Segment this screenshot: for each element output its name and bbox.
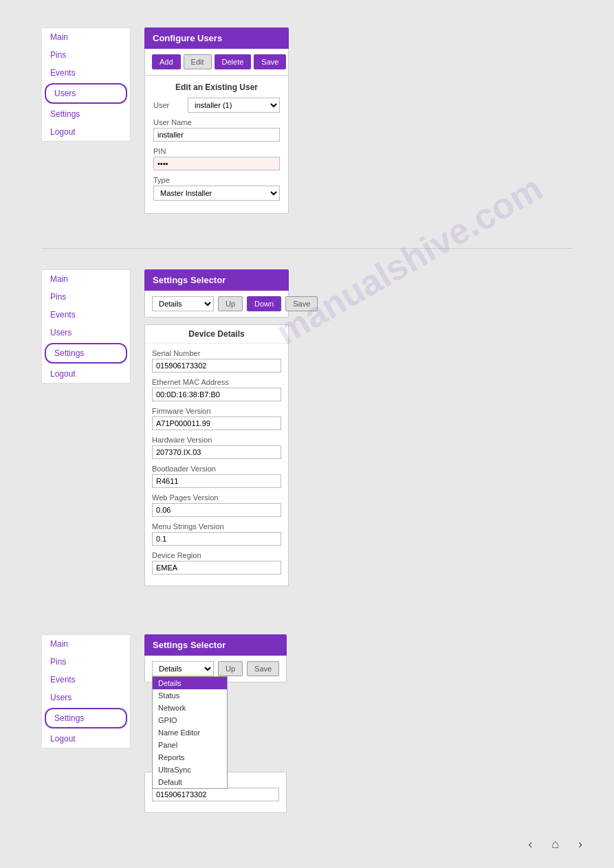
settings-dropdown[interactable]: Details Status Network GPIO Name Editor … xyxy=(152,296,214,311)
webpages-label: Web Pages Version xyxy=(152,493,281,502)
bootloader-group: Bootloader Version xyxy=(152,465,281,488)
sidebar-3: Main Pins Events Users Settings Logout xyxy=(41,634,131,748)
dropdown-option-details[interactable]: Details xyxy=(153,677,227,689)
edit-section-title: Edit an Existing User xyxy=(153,82,280,92)
selector-toolbar: Details Status Network GPIO Name Editor … xyxy=(144,291,289,318)
user-select[interactable]: installer (1) xyxy=(188,98,280,113)
dropdown-option-default[interactable]: Default xyxy=(153,776,227,788)
sidebar-item-logout-1[interactable]: Logout xyxy=(42,123,130,141)
sidebar-item-pins-3[interactable]: Pins xyxy=(42,653,130,671)
sidebar-item-users-1[interactable]: Users xyxy=(45,83,127,104)
section-divider-1 xyxy=(41,248,573,249)
section-settings-dropdown: Main Pins Events Users Settings Logout S… xyxy=(0,621,614,827)
sidebar-item-main-2[interactable]: Main xyxy=(42,270,130,288)
type-select[interactable]: Master Installer Standard User Guest xyxy=(153,186,280,201)
dropdown-option-reports[interactable]: Reports xyxy=(153,751,227,764)
sidebar-item-logout-2[interactable]: Logout xyxy=(42,365,130,383)
sidebar-item-settings-3[interactable]: Settings xyxy=(45,708,127,728)
save-button-1[interactable]: Save xyxy=(254,54,286,69)
settings-selector-title-3: Settings Selector xyxy=(144,634,287,656)
configure-users-toolbar: Add Edit Delete Save xyxy=(144,49,289,76)
hardware-input[interactable] xyxy=(152,445,281,459)
webpages-input[interactable] xyxy=(152,503,281,517)
settings-selector-panel: Settings Selector Details Status Network… xyxy=(144,269,289,318)
menustrings-label: Menu Strings Version xyxy=(152,522,281,531)
settings-content: Settings Selector Details Status Network… xyxy=(144,269,289,586)
delete-button[interactable]: Delete xyxy=(215,54,252,69)
region-input[interactable] xyxy=(152,561,281,575)
down-button[interactable]: Down xyxy=(247,296,281,311)
username-input[interactable] xyxy=(153,128,280,142)
settings-selector-title: Settings Selector xyxy=(144,269,289,291)
firmware-group: Firmware Version xyxy=(152,407,281,430)
username-group: User Name xyxy=(153,118,280,142)
edit-existing-user-section: Edit an Existing User User installer (1)… xyxy=(144,76,289,214)
save-button-2[interactable]: Save xyxy=(285,296,318,311)
dropdown-container: Details Status Network GPIO Name Editor … xyxy=(152,661,214,676)
sidebar-item-main-1[interactable]: Main xyxy=(42,28,130,46)
settings-selector-dropdown-open: Settings Selector Details Status Network… xyxy=(144,634,287,813)
type-label: Type xyxy=(153,176,280,184)
dropdown-option-ultrasync[interactable]: UltraSync xyxy=(153,764,227,776)
settings-selector-panel-3: Settings Selector Details Status Network… xyxy=(144,634,287,682)
menustrings-input[interactable] xyxy=(152,532,281,546)
pin-label: PIN xyxy=(153,147,280,155)
section-configure-users: Main Pins Events Users Settings Logout C… xyxy=(0,14,614,227)
sidebar-item-events-3[interactable]: Events xyxy=(42,671,130,689)
user-field-label: User xyxy=(153,101,188,109)
sidebar-item-main-3[interactable]: Main xyxy=(42,635,130,653)
sidebar-item-settings-2[interactable]: Settings xyxy=(45,343,127,364)
edit-button[interactable]: Edit xyxy=(184,54,212,69)
webpages-group: Web Pages Version xyxy=(152,493,281,517)
home-button[interactable]: ⌂ xyxy=(547,834,563,854)
hardware-label: Hardware Version xyxy=(152,436,281,444)
bootloader-label: Bootloader Version xyxy=(152,465,281,473)
mac-address-label: Ethernet MAC Address xyxy=(152,378,281,386)
user-row: User installer (1) xyxy=(153,98,280,113)
serial-number-input[interactable] xyxy=(152,359,281,372)
sidebar-item-logout-3[interactable]: Logout xyxy=(42,730,130,748)
bootloader-input[interactable] xyxy=(152,474,281,488)
sidebar-item-users-2[interactable]: Users xyxy=(42,324,130,342)
up-button[interactable]: Up xyxy=(218,296,243,311)
region-group: Device Region xyxy=(152,551,281,575)
menustrings-group: Menu Strings Version xyxy=(152,522,281,546)
device-details-panel: Device Details Serial Number Ethernet MA… xyxy=(144,324,289,586)
bottom-nav: ‹ ⌂ › xyxy=(524,834,586,854)
dropdown-option-nameeditor[interactable]: Name Editor xyxy=(153,726,227,739)
device-details-title: Device Details xyxy=(145,325,288,344)
sidebar-item-pins-2[interactable]: Pins xyxy=(42,288,130,306)
dropdown-option-panel[interactable]: Panel xyxy=(153,739,227,751)
pin-group: PIN xyxy=(153,147,280,170)
settings-dropdown-3[interactable]: Details Status Network GPIO Name Editor … xyxy=(152,661,214,676)
mac-address-input[interactable] xyxy=(152,388,281,401)
back-button[interactable]: ‹ xyxy=(524,834,536,854)
device-details-body: Serial Number Ethernet MAC Address Firmw… xyxy=(145,344,288,586)
region-label: Device Region xyxy=(152,551,281,559)
up-button-3[interactable]: Up xyxy=(218,661,243,676)
hardware-group: Hardware Version xyxy=(152,436,281,459)
forward-button[interactable]: › xyxy=(574,834,586,854)
dropdown-option-status[interactable]: Status xyxy=(153,689,227,702)
firmware-label: Firmware Version xyxy=(152,407,281,415)
selector-toolbar-3: Details Status Network GPIO Name Editor … xyxy=(144,656,287,682)
dropdown-popup: Details Status Network GPIO Name Editor … xyxy=(152,676,228,789)
save-button-3[interactable]: Save xyxy=(247,661,279,676)
sidebar-1: Main Pins Events Users Settings Logout xyxy=(41,27,131,142)
configure-users-panel: Configure Users Add Edit Delete Save Edi… xyxy=(144,27,289,214)
configure-users-title: Configure Users xyxy=(144,27,289,49)
section-settings: Main Pins Events Users Settings Logout S… xyxy=(0,256,614,600)
serial-number-partial-input[interactable] xyxy=(152,788,279,801)
pin-input[interactable] xyxy=(153,157,280,170)
sidebar-item-pins-1[interactable]: Pins xyxy=(42,46,130,64)
username-label: User Name xyxy=(153,118,280,126)
firmware-input[interactable] xyxy=(152,416,281,430)
dropdown-option-gpio[interactable]: GPIO xyxy=(153,714,227,726)
sidebar-item-settings-1[interactable]: Settings xyxy=(42,105,130,123)
sidebar-item-users-3[interactable]: Users xyxy=(42,689,130,706)
add-button[interactable]: Add xyxy=(152,54,181,69)
serial-number-group: Serial Number xyxy=(152,349,281,372)
sidebar-item-events-1[interactable]: Events xyxy=(42,64,130,82)
sidebar-item-events-2[interactable]: Events xyxy=(42,306,130,324)
dropdown-option-network[interactable]: Network xyxy=(153,702,227,714)
